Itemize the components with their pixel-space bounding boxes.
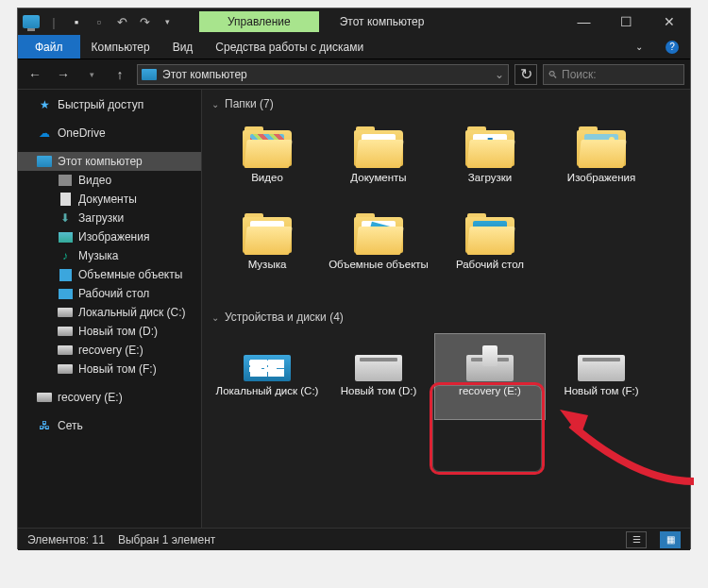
sidebar-quick-access[interactable]: ★ Быстрый доступ [18,95,201,114]
help-button[interactable]: ? [654,35,690,59]
sidebar-item-drive-e[interactable]: recovery (E:) [18,341,201,360]
sidebar-item-3d[interactable]: Объемные объекты [18,265,201,284]
search-box[interactable]: 🔍︎ Поиск: [543,64,684,85]
drive-e-recovery[interactable]: recovery (E:) [434,333,546,420]
folder-documents[interactable]: Документы [323,120,434,207]
drive-c[interactable]: Локальный диск (C:) [211,333,323,420]
qat-dropdown-icon[interactable]: ▾ [158,12,177,31]
ribbon-tabs: Файл Компьютер Вид Средства работы с дис… [18,35,690,59]
sidebar-label: OneDrive [58,126,106,140]
address-bar[interactable]: Этот компьютер ⌄ [137,64,509,85]
up-button[interactable]: ↑ [109,63,131,86]
tile-label: Видео [251,172,283,183]
tile-label: Рабочий стол [456,259,524,270]
pc-icon [142,69,157,80]
details-view-button[interactable]: ☰ [626,531,647,548]
folder-videos[interactable]: Видео [211,120,323,207]
tile-label: Документы [350,172,406,183]
file-tab[interactable]: Файл [18,35,80,59]
desktop-icon [58,286,73,301]
view-tab[interactable]: Вид [161,35,205,59]
sidebar-item-pictures[interactable]: Изображения [18,227,201,246]
computer-tab[interactable]: Компьютер [80,35,161,59]
chevron-down-icon: ⌄ [635,42,643,52]
recent-dropdown[interactable]: ▾ [80,63,103,86]
address-dropdown-icon[interactable]: ⌄ [495,68,504,81]
back-button[interactable]: ← [24,63,46,86]
sidebar-label: Быстрый доступ [58,98,143,111]
drive-icon [575,340,628,381]
status-item-count: Элементов: 11 [27,533,105,546]
help-icon: ? [666,41,679,54]
maximize-button[interactable]: ☐ [605,8,648,35]
qat-redo-icon[interactable]: ↷ [135,12,154,31]
folders-grid: Видео Документы Загрузки Изображения Муз… [202,116,690,303]
sidebar-item-music[interactable]: ♪Музыка [18,246,201,265]
collapse-icon: ⌄ [211,99,219,109]
sidebar-label: Этот компьютер [58,155,143,168]
title-bar: | ▪ ▫ ↶ ↷ ▾ Управление Этот компьютер — … [18,8,690,35]
sidebar-item-videos[interactable]: Видео [18,171,201,190]
tiles-view-button[interactable]: ▦ [660,531,681,548]
drive-icon [37,390,52,405]
sidebar-item-documents[interactable]: Документы [18,190,201,209]
sidebar-item-downloads[interactable]: ⬇Загрузки [18,209,201,227]
drive-d[interactable]: Новый том (D:) [323,333,434,420]
sidebar-label: Документы [78,193,137,206]
forward-button[interactable]: → [52,63,75,86]
sidebar-item-desktop[interactable]: Рабочий стол [18,284,201,303]
sidebar-item-drive-d[interactable]: Новый том (D:) [18,322,201,341]
sidebar-label: Новый том (D:) [78,325,158,338]
drive-icon [58,324,73,339]
window-title: Этот компьютер [340,15,425,28]
status-selected-count: Выбран 1 элемент [118,533,215,546]
sidebar-recovery-dup[interactable]: recovery (E:) [18,388,201,407]
sidebar-label: recovery (E:) [78,344,143,357]
tile-label: recovery (E:) [459,385,521,396]
sidebar-label: Локальный диск (C:) [78,306,186,319]
folder-desktop[interactable]: Рабочий стол [434,207,546,294]
folder-3d-objects[interactable]: Объемные объекты [323,207,434,294]
sidebar-label: Музыка [78,249,118,262]
tile-label: Новый том (D:) [341,385,417,396]
tile-label: Локальный диск (C:) [216,385,319,396]
sidebar-label: Видео [78,174,111,187]
refresh-button[interactable]: ↻ [514,64,537,85]
qat-undo-icon[interactable]: ↶ [112,12,131,31]
folder-pictures[interactable]: Изображения [546,120,657,207]
quick-access-toolbar: | ▪ ▫ ↶ ↷ ▾ [18,12,180,31]
group-header-drives[interactable]: ⌄ Устройства и диски (4) [202,303,690,329]
music-icon: ♪ [58,248,73,263]
sidebar-onedrive[interactable]: ☁ OneDrive [18,124,201,143]
minimize-button[interactable]: — [563,8,605,35]
drive-icon [58,343,73,358]
drive-icon [352,340,405,381]
tile-label: Загрузки [468,172,512,183]
folder-music[interactable]: Музыка [211,207,323,294]
search-placeholder: Поиск: [562,68,597,81]
recovery-drive-icon [464,340,516,381]
folder-downloads[interactable]: Загрузки [434,120,546,207]
breadcrumb-segment[interactable]: Этот компьютер [162,68,247,81]
group-header-folders[interactable]: ⌄ Папки (7) [202,90,690,116]
sidebar-item-drive-c[interactable]: Локальный диск (C:) [18,303,201,322]
download-icon: ⬇ [58,210,73,226]
os-drive-icon [241,340,294,381]
group-label: Папки (7) [225,97,274,110]
drive-tools-tab[interactable]: Средства работы с дисками [204,35,375,59]
sidebar-label: Новый том (F:) [78,362,157,376]
close-button[interactable]: ✕ [648,8,690,35]
qat-new-icon[interactable]: ▫ [90,12,109,31]
sidebar-network[interactable]: 🖧Сеть [18,416,201,435]
drive-icon [58,305,73,320]
sidebar-item-drive-f[interactable]: Новый том (F:) [18,360,201,378]
ribbon-expand-button[interactable]: ⌄ [624,35,654,59]
sidebar-this-pc[interactable]: Этот компьютер [18,152,201,171]
drive-f[interactable]: Новый том (F:) [546,333,657,420]
qat-properties-icon[interactable]: ▪ [67,12,86,31]
pc-icon [37,154,52,169]
contextual-tab-manage[interactable]: Управление [199,11,319,32]
explorer-window: | ▪ ▫ ↶ ↷ ▾ Управление Этот компьютер — … [17,8,691,549]
group-label: Устройства и диски (4) [225,311,344,324]
qat-sep: | [44,12,63,31]
